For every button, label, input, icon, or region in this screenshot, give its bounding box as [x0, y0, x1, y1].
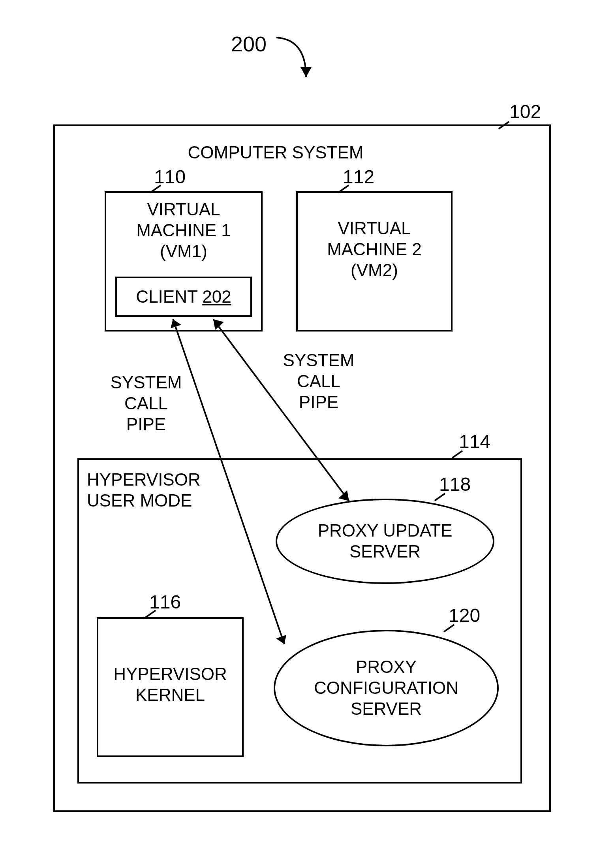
pus-l1: PROXY UPDATE: [318, 521, 453, 540]
diagram-root: 200 102 COMPUTER SYSTEM 110 VIRTUAL MACH…: [0, 0, 616, 857]
proxy-update-ref-label: 118: [439, 473, 471, 495]
hum-l2: USER MODE: [87, 491, 192, 510]
proxy-update-ellipse: PROXY UPDATE SERVER: [276, 499, 494, 584]
proxy-config-ref-label: 120: [449, 605, 480, 626]
arrow2-l3: PIPE: [299, 392, 338, 412]
arrow-syscall-pipe-right-label: SYSTEM CALL PIPE: [273, 350, 364, 412]
pus-l2: SERVER: [349, 542, 421, 561]
hyp-kernel-label: HYPERVISOR KERNEL: [97, 664, 244, 706]
proxy-config-ellipse: PROXY CONFIGURATION SERVER: [274, 630, 499, 746]
hk-l1: HYPERVISOR: [113, 664, 227, 684]
arrow2-l2: CALL: [297, 371, 340, 391]
hum-l1: HYPERVISOR: [87, 470, 201, 489]
hyp-user-mode-label: HYPERVISOR USER MODE: [87, 469, 213, 511]
pcs-l2: CONFIGURATION: [314, 678, 458, 697]
hyp-kernel-ref-label: 116: [149, 591, 181, 613]
hyp-user-ref-label: 114: [459, 431, 490, 452]
arrow2-l1: SYSTEM: [283, 350, 355, 370]
hk-l2: KERNEL: [135, 685, 205, 704]
pcs-l3: SERVER: [351, 699, 422, 718]
pcs-l1: PROXY: [356, 657, 417, 676]
